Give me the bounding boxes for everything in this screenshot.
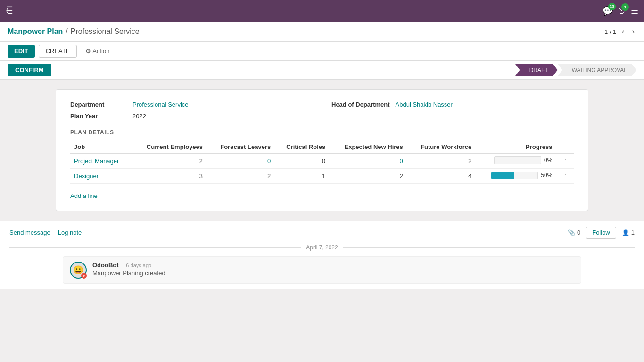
plan-details-title: Plan Details — [70, 129, 574, 136]
chat-button[interactable]: 💬 33 — [603, 6, 613, 16]
navbar-left: ⋶ — [6, 6, 13, 16]
delete-cell[interactable]: 🗑 — [556, 169, 574, 184]
chat-badge: 33 — [608, 3, 616, 10]
breadcrumb-nav: 1 / 1 ‹ › — [604, 26, 636, 37]
followers-count: 1 — [631, 229, 635, 236]
create-button[interactable]: CREATE — [39, 45, 77, 58]
col-progress: Progress — [475, 140, 556, 154]
page-indicator: 1 / 1 — [604, 28, 616, 35]
progress-bar-container: 0% — [494, 156, 552, 164]
head-label: Head of Department — [331, 101, 390, 108]
col-critical-roles: Critical Roles — [274, 140, 329, 154]
forecast-leavers-cell: 0 — [206, 154, 274, 169]
progress-cell: 0% — [475, 154, 556, 169]
expected-new-hires-cell: 2 — [329, 169, 406, 184]
chatter-left: Send message Log note — [9, 229, 82, 236]
grid-icon[interactable]: ⋶ — [6, 6, 13, 16]
col-actions — [556, 140, 574, 154]
main-content: Department Professional Service Head of … — [0, 80, 644, 221]
message-time: · 6 days ago — [123, 263, 151, 268]
action-bar: EDIT CREATE ⚙ Action — [0, 42, 644, 61]
current-employees-cell: 3 — [132, 169, 206, 184]
forecast-leavers-cell: 2 — [206, 169, 274, 184]
col-forecast-leavers: Forecast Leavers — [206, 140, 274, 154]
col-expected-new-hires: Expected New Hires — [329, 140, 406, 154]
table-header-row: Job Current Employees Forecast Leavers C… — [70, 140, 574, 154]
send-message-button[interactable]: Send message — [9, 229, 50, 236]
job-cell[interactable]: Project Manager — [70, 154, 132, 169]
add-line-button[interactable]: Add a line — [70, 192, 98, 199]
clock-badge: 1 — [621, 3, 629, 11]
avatar-heart: ♥ — [81, 273, 87, 279]
progress-bar-fill — [491, 172, 514, 179]
expected-new-hires-cell: 0 — [329, 154, 406, 169]
job-cell[interactable]: Designer — [70, 169, 132, 184]
col-job: Job — [70, 140, 132, 154]
critical-roles-cell: 0 — [274, 154, 329, 169]
department-group: Department Professional Service — [70, 101, 313, 108]
plan-year-value: 2022 — [132, 113, 146, 120]
chatter-right: 📎 0 Follow 👤 1 — [568, 227, 635, 239]
progress-pct: 0% — [544, 157, 552, 164]
message-block: 😀 ♥ OdooBot · 6 days ago Manpower Planin… — [63, 256, 581, 284]
attachments-meta: 📎 0 — [568, 229, 580, 236]
current-employees-cell: 2 — [132, 154, 206, 169]
status-bar: CONFIRM DRAFT WAITING APPROVAL — [0, 61, 644, 80]
plan-year-label: Plan Year — [70, 113, 127, 120]
date-divider: April 7, 2022 — [9, 244, 635, 251]
col-future-workforce: Future Workforce — [407, 140, 475, 154]
message-content: OdooBot · 6 days ago Manpower Planing cr… — [92, 262, 574, 277]
clock-button[interactable]: ⏲ 1 — [618, 6, 626, 16]
col-current-employees: Current Employees — [132, 140, 206, 154]
message-text: Manpower Planing created — [92, 270, 574, 277]
stage-waiting[interactable]: WAITING APPROVAL — [558, 64, 636, 76]
future-workforce-cell: 2 — [407, 154, 475, 169]
form-row-2: Plan Year 2022 — [70, 113, 574, 120]
table-row: Project Manager 2 0 0 0 2 0% 🗑 — [70, 154, 574, 169]
action-button[interactable]: ⚙ Action — [85, 48, 109, 55]
prev-button[interactable]: ‹ — [620, 26, 626, 37]
breadcrumb-current: Professional Service — [71, 27, 140, 36]
progress-cell: 50% — [475, 169, 556, 184]
head-group: Head of Department Abdul Shakib Nasser — [331, 101, 574, 108]
navbar: ⋶ 💬 33 ⏲ 1 ☰ — [0, 0, 644, 22]
progress-bar-bg — [494, 156, 541, 164]
menu-icon[interactable]: ☰ — [631, 6, 638, 16]
avatar: 😀 ♥ — [70, 262, 87, 279]
table-row: Designer 3 2 1 2 4 50% 🗑 — [70, 169, 574, 184]
breadcrumb: Manpower Plan / Professional Service — [8, 27, 140, 36]
head-value[interactable]: Abdul Shakib Nasser — [396, 101, 453, 108]
navbar-right: 💬 33 ⏲ 1 ☰ — [603, 6, 638, 16]
plan-table: Job Current Employees Forecast Leavers C… — [70, 140, 574, 184]
chatter: Send message Log note 📎 0 Follow 👤 1 Apr… — [0, 221, 644, 289]
progress-bar-container: 50% — [491, 172, 552, 179]
edit-button[interactable]: EDIT — [8, 45, 35, 58]
message-author: OdooBot — [92, 262, 119, 269]
delete-cell[interactable]: 🗑 — [556, 154, 574, 169]
department-value[interactable]: Professional Service — [132, 101, 189, 108]
followers-meta: 👤 1 — [622, 229, 635, 236]
log-note-button[interactable]: Log note — [58, 229, 82, 236]
paperclip-icon: 📎 — [568, 229, 575, 236]
form-row-1: Department Professional Service Head of … — [70, 101, 574, 108]
next-button[interactable]: › — [630, 26, 636, 37]
future-workforce-cell: 4 — [407, 169, 475, 184]
progress-pct: 50% — [541, 172, 552, 179]
breadcrumb-bar: Manpower Plan / Professional Service 1 /… — [0, 22, 644, 42]
plan-year-group: Plan Year 2022 — [70, 113, 574, 120]
gear-icon: ⚙ — [85, 48, 91, 55]
progress-bar-bg — [491, 172, 538, 179]
stage-draft[interactable]: DRAFT — [515, 64, 558, 76]
chatter-actions: Send message Log note 📎 0 Follow 👤 1 — [9, 227, 635, 239]
record-card: Department Professional Service Head of … — [56, 89, 588, 211]
person-icon: 👤 — [622, 229, 629, 236]
breadcrumb-link[interactable]: Manpower Plan — [8, 27, 63, 36]
status-stages: DRAFT WAITING APPROVAL — [515, 64, 636, 76]
breadcrumb-separator: / — [66, 27, 67, 36]
critical-roles-cell: 1 — [274, 169, 329, 184]
attachments-count: 0 — [577, 229, 580, 236]
confirm-button[interactable]: CONFIRM — [8, 64, 51, 76]
follow-button[interactable]: Follow — [586, 227, 616, 239]
department-label: Department — [70, 101, 127, 108]
